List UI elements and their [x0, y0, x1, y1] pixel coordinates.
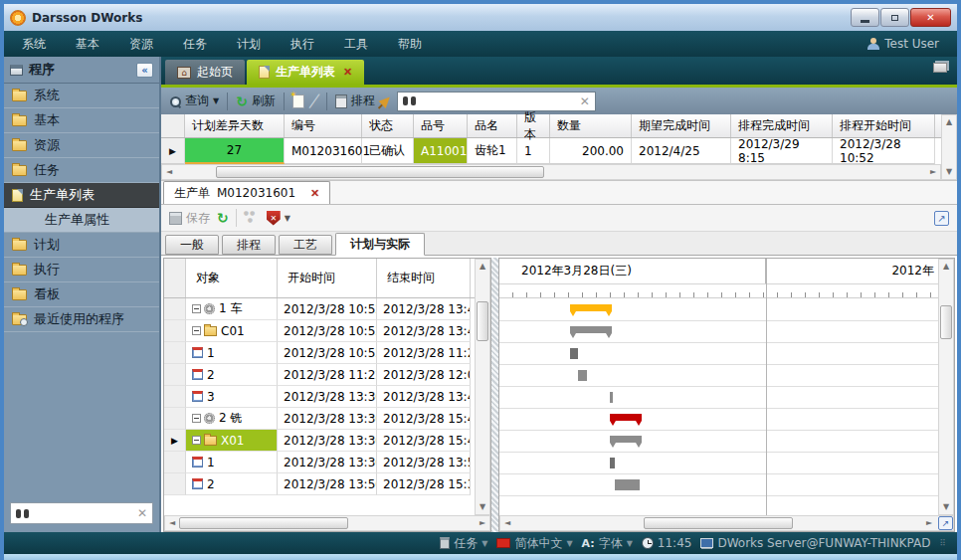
- tree-row-selected[interactable]: ▶ X01 2012/3/28 13:30 2012/3/28 15:40: [164, 430, 475, 452]
- col-object[interactable]: 对象: [186, 259, 278, 297]
- tab-home[interactable]: ⌂ 起始页: [165, 60, 245, 85]
- schedule-button[interactable]: 排程: [335, 93, 375, 109]
- scrollbar-thumb[interactable]: [940, 305, 952, 339]
- tab-process[interactable]: 工艺: [279, 235, 332, 255]
- gantt-bar[interactable]: [570, 304, 612, 311]
- tree-row[interactable]: C01 2012/3/28 10:52 2012/3/28 13:40: [164, 320, 475, 342]
- col-version[interactable]: 版本: [517, 114, 550, 137]
- sidebar-item-production-order-list[interactable]: 生产单列表: [4, 183, 159, 208]
- sidebar-item-kanban[interactable]: 看板: [4, 282, 159, 307]
- scroll-left-icon[interactable]: ◄: [500, 516, 514, 530]
- scroll-right-icon[interactable]: ►: [922, 516, 936, 530]
- status-task-menu[interactable]: 任务 ▼: [440, 535, 487, 552]
- tree-row[interactable]: 1 车 2012/3/28 10:52 2012/3/28 13:40: [164, 298, 475, 320]
- scroll-down-icon[interactable]: ▼: [939, 500, 953, 514]
- sidebar-item-resource[interactable]: 资源: [4, 133, 159, 158]
- sidebar-item-basic[interactable]: 基本: [4, 108, 159, 133]
- col-diff-days[interactable]: 计划差异天数: [185, 114, 285, 137]
- scroll-right-icon[interactable]: ►: [926, 165, 940, 179]
- minimize-button[interactable]: [851, 8, 879, 27]
- gantt-bar[interactable]: [610, 436, 643, 443]
- col-start-time[interactable]: 开始时间: [278, 259, 377, 297]
- gantt-fit-icon[interactable]: ↗: [938, 516, 953, 530]
- close-button[interactable]: ✕: [910, 8, 951, 27]
- gantt-bar[interactable]: [570, 326, 612, 333]
- scroll-right-icon[interactable]: ►: [476, 516, 489, 530]
- pane-splitter[interactable]: [491, 258, 498, 532]
- toolbar-search-input[interactable]: ✕: [397, 92, 596, 111]
- tab-schedule[interactable]: 排程: [222, 235, 276, 255]
- open-external-icon[interactable]: ↗: [934, 211, 949, 226]
- clear-search-icon[interactable]: ✕: [580, 94, 590, 108]
- sidebar-collapse-button[interactable]: «: [136, 63, 153, 78]
- gantt-bar[interactable]: [610, 392, 613, 403]
- tree-row[interactable]: 1 2012/3/28 10:52 2012/3/28 11:22: [164, 342, 475, 364]
- menu-resource[interactable]: 资源: [129, 36, 153, 53]
- gantt-bar[interactable]: [615, 479, 640, 490]
- table-row[interactable]: ▶ 27 M012031601 已确认 A11001 齿轮1 1 200.00 …: [161, 138, 941, 164]
- edit-icon[interactable]: ╱: [309, 93, 319, 109]
- scroll-left-icon[interactable]: ◄: [165, 516, 179, 530]
- sidebar-item-plan[interactable]: 计划: [4, 233, 159, 258]
- new-document-icon[interactable]: [292, 94, 304, 108]
- collapse-node-icon[interactable]: [192, 304, 201, 313]
- menu-execute[interactable]: 执行: [290, 36, 314, 53]
- scroll-up-icon[interactable]: ▲: [476, 260, 489, 274]
- tree-horizontal-scrollbar[interactable]: ◄ ►: [164, 515, 490, 531]
- menu-task[interactable]: 任务: [183, 36, 207, 53]
- tree-row[interactable]: 1 2012/3/28 13:30 2012/3/28 13:50: [164, 452, 475, 473]
- collapse-node-icon[interactable]: [192, 414, 201, 423]
- col-sched-start[interactable]: 排程开始时间: [833, 114, 935, 137]
- collapse-node-icon[interactable]: [192, 326, 201, 335]
- gantt-bar[interactable]: [578, 370, 588, 381]
- menu-system[interactable]: 系统: [22, 36, 46, 53]
- scroll-left-icon[interactable]: ◄: [162, 165, 176, 179]
- sidebar-item-execute[interactable]: 执行: [4, 258, 159, 282]
- menu-basic[interactable]: 基本: [76, 36, 99, 53]
- tree-row[interactable]: 3 2012/3/28 13:30 2012/3/28 13:40: [164, 386, 475, 408]
- flow-link-icon[interactable]: [244, 212, 260, 224]
- tab-general[interactable]: 一般: [165, 235, 219, 255]
- tab-plan-vs-actual[interactable]: 计划与实际: [335, 233, 425, 256]
- col-qty[interactable]: 数量: [550, 114, 632, 137]
- refresh-icon[interactable]: ↻: [217, 212, 229, 224]
- window-list-icon[interactable]: [933, 63, 947, 73]
- gantt-bar[interactable]: [570, 348, 578, 359]
- save-button[interactable]: 保存: [169, 210, 210, 227]
- scroll-up-icon[interactable]: ▲: [942, 115, 956, 129]
- query-button[interactable]: 查询 ▼: [169, 93, 219, 109]
- scroll-down-icon[interactable]: ▼: [942, 165, 956, 179]
- collapse-node-icon[interactable]: [192, 436, 201, 445]
- grid-horizontal-scrollbar[interactable]: ◄ ►: [161, 164, 941, 180]
- doc-tab-close-icon[interactable]: ✕: [310, 187, 319, 200]
- menu-plan[interactable]: 计划: [237, 36, 261, 53]
- col-code[interactable]: 编号: [285, 114, 362, 137]
- doc-tab-production-order[interactable]: 生产单 M012031601 ✕: [163, 181, 330, 204]
- gantt-bar[interactable]: [610, 458, 615, 468]
- sidebar-item-recent-programs[interactable]: 最近使用的程序: [4, 307, 159, 332]
- tree-row[interactable]: 2 2012/3/28 11:22 2012/3/28 12:00: [164, 364, 475, 386]
- col-status[interactable]: 状态: [362, 114, 414, 137]
- gantt-bar[interactable]: [610, 414, 643, 421]
- user-badge[interactable]: Test User: [867, 37, 939, 51]
- sidebar-item-task[interactable]: 任务: [4, 158, 159, 183]
- tree-row[interactable]: 2 铣 2012/3/28 13:30 2012/3/28 15:40: [164, 408, 475, 430]
- refresh-button[interactable]: ↻ 刷新: [236, 93, 276, 109]
- scrollbar-thumb[interactable]: [216, 166, 544, 178]
- tree-vertical-scrollbar[interactable]: ▲ ▼: [475, 259, 490, 515]
- grid-vertical-scrollbar[interactable]: ▲ ▼: [941, 114, 957, 180]
- menu-help[interactable]: 帮助: [398, 36, 422, 53]
- col-item-name[interactable]: 品名: [468, 114, 517, 137]
- validate-button[interactable]: ✕ ▼: [267, 211, 290, 226]
- scroll-down-icon[interactable]: ▼: [476, 500, 489, 514]
- scroll-up-icon[interactable]: ▲: [939, 260, 953, 274]
- col-item-no[interactable]: 品号: [414, 114, 468, 137]
- sidebar-item-system[interactable]: 系统: [4, 84, 159, 108]
- tab-production-order-list[interactable]: 生产单列表 ✕: [247, 60, 364, 85]
- broom-icon[interactable]: [378, 93, 393, 108]
- col-end-time[interactable]: 结束时间: [377, 259, 471, 297]
- menu-tools[interactable]: 工具: [344, 36, 368, 53]
- resize-grip[interactable]: ⠿: [939, 538, 947, 548]
- scrollbar-thumb[interactable]: [644, 517, 793, 529]
- status-language-menu[interactable]: 简体中文 ▼: [496, 535, 572, 552]
